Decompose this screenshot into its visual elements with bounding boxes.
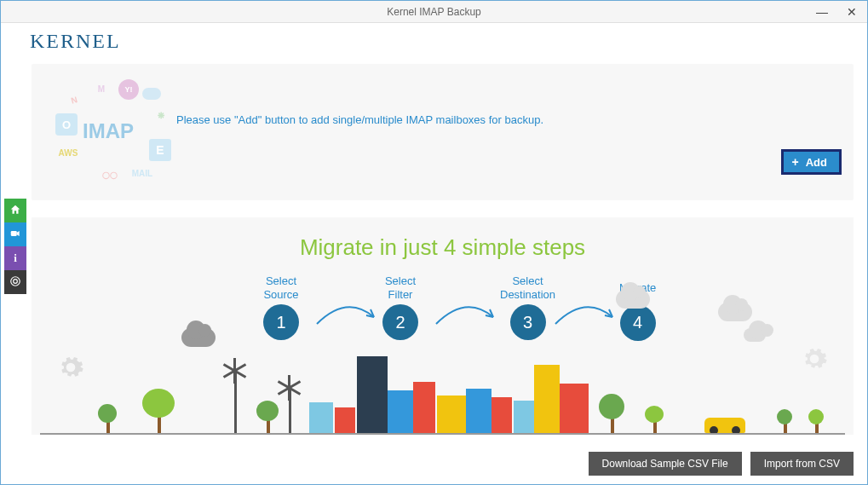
add-button[interactable]: + Add bbox=[781, 149, 842, 175]
icon-yahoo: Y! bbox=[118, 79, 139, 100]
tree-icon bbox=[106, 421, 110, 433]
tree-icon bbox=[777, 409, 792, 424]
step-number: 4 bbox=[620, 305, 656, 341]
icon-m: M bbox=[89, 81, 113, 96]
tree-icon bbox=[142, 389, 175, 418]
building-icon bbox=[357, 356, 388, 433]
building-icon bbox=[491, 397, 512, 433]
add-button-label: Add bbox=[806, 156, 827, 169]
tree-icon bbox=[256, 401, 279, 421]
windmill-blades-icon bbox=[222, 358, 248, 384]
logo-area: KERNEL bbox=[1, 23, 867, 55]
arrow-icon bbox=[551, 298, 619, 336]
icon-aws: AWS bbox=[57, 144, 79, 161]
sidebar: i bbox=[4, 199, 26, 294]
step-label: SelectFilter bbox=[382, 274, 418, 301]
step-destination: SelectDestination 3 bbox=[500, 274, 555, 340]
building-icon bbox=[388, 390, 413, 433]
icon-mail: MAIL bbox=[134, 166, 151, 180]
icon-exchange: E bbox=[149, 139, 171, 161]
cloud-icon bbox=[744, 328, 766, 342]
minimize-button[interactable]: — bbox=[811, 3, 833, 20]
cityscape bbox=[32, 341, 854, 435]
building-icon bbox=[335, 407, 355, 433]
building-icon bbox=[534, 365, 560, 433]
home-icon bbox=[9, 204, 21, 218]
help-icon bbox=[9, 275, 21, 290]
svg-point-1 bbox=[11, 276, 20, 286]
svg-rect-0 bbox=[11, 231, 17, 236]
tree-icon bbox=[611, 418, 614, 433]
instruction-text: Please use "Add" button to add single/mu… bbox=[176, 113, 836, 152]
sidebar-home-button[interactable] bbox=[4, 199, 26, 222]
cloud-icon bbox=[718, 303, 752, 321]
steps-title: Migrate in just 4 simple steps bbox=[32, 217, 854, 261]
import-csv-button[interactable]: Import from CSV bbox=[750, 452, 854, 476]
icon-leaf: ❋ bbox=[152, 108, 170, 122]
building-icon bbox=[437, 396, 466, 433]
svg-point-2 bbox=[14, 279, 18, 283]
close-button[interactable]: ✕ bbox=[842, 3, 862, 20]
tree-icon bbox=[653, 421, 657, 433]
tree-icon bbox=[808, 409, 824, 424]
titlebar: Kernel IMAP Backup — ✕ bbox=[1, 1, 867, 23]
bottom-buttons: Download Sample CSV File Import from CSV bbox=[589, 452, 854, 476]
step-number: 1 bbox=[263, 304, 299, 340]
window-title: Kernel IMAP Backup bbox=[387, 6, 481, 18]
icon-misc1: ◯◯ bbox=[84, 165, 135, 185]
step-number: 3 bbox=[510, 304, 546, 340]
cloud-icon bbox=[616, 290, 650, 309]
building-icon bbox=[560, 384, 589, 433]
content: IMAP N M Y! ❋ E O AWS ◯◯ MAIL Please use… bbox=[32, 64, 854, 484]
tree-icon bbox=[158, 416, 161, 433]
icon-cloud bbox=[142, 88, 161, 100]
building-icon bbox=[309, 402, 333, 433]
info-icon: i bbox=[14, 251, 17, 265]
step-filter: SelectFilter 2 bbox=[382, 274, 418, 340]
icon-n: N bbox=[61, 87, 86, 112]
sidebar-info-button[interactable]: i bbox=[4, 246, 26, 270]
source-panel: IMAP N M Y! ❋ E O AWS ◯◯ MAIL Please use… bbox=[32, 64, 854, 200]
arrow-icon bbox=[432, 298, 500, 336]
tree-icon bbox=[98, 404, 117, 423]
tree-icon bbox=[267, 419, 270, 433]
tree-icon bbox=[599, 394, 624, 419]
window-controls: — ✕ bbox=[811, 1, 862, 22]
plus-icon: + bbox=[792, 155, 799, 169]
step-label: SelectSource bbox=[263, 274, 299, 301]
video-icon bbox=[9, 228, 21, 242]
sidebar-help-button[interactable] bbox=[4, 270, 26, 294]
imap-icon-cloud: IMAP N M Y! ❋ E O AWS ◯◯ MAIL bbox=[49, 72, 168, 192]
download-csv-button[interactable]: Download Sample CSV File bbox=[589, 452, 742, 476]
kernel-logo: KERNEL bbox=[30, 30, 121, 52]
step-number: 2 bbox=[382, 304, 418, 340]
step-label: SelectDestination bbox=[500, 274, 555, 301]
building-icon bbox=[413, 382, 435, 433]
arrow-icon bbox=[313, 298, 381, 336]
steps-panel: Migrate in just 4 simple steps SelectSou… bbox=[32, 217, 854, 435]
icon-outlook: O bbox=[55, 113, 78, 136]
imap-label: IMAP bbox=[83, 119, 134, 143]
sidebar-video-button[interactable] bbox=[4, 222, 26, 246]
step-source: SelectSource 1 bbox=[263, 274, 299, 340]
building-icon bbox=[466, 389, 491, 433]
tree-icon bbox=[645, 406, 664, 423]
ground bbox=[40, 433, 845, 435]
windmill-blades-icon bbox=[277, 375, 302, 401]
